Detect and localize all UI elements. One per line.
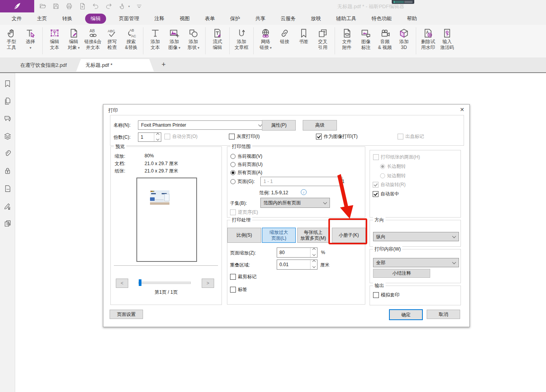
multiple-pages-mode-button[interactable]: 每张纸上放置多页(M) — [297, 228, 329, 243]
menu-item-5[interactable]: 页面管理 — [117, 14, 141, 24]
sidebar-signatures-panel-button[interactable] — [0, 198, 15, 216]
subset-select[interactable]: 范围内的所有页面 — [260, 198, 330, 208]
sidebar-comments-panel-button[interactable] — [0, 111, 15, 128]
sidebar-snapshot-panel-button[interactable] — [0, 216, 15, 233]
sidebar-destinations-panel-button[interactable] — [0, 181, 15, 198]
stepper-down-icon[interactable] — [154, 137, 161, 141]
stepper-down-icon[interactable] — [311, 265, 317, 269]
preview-zoom-label: 缩放: — [115, 153, 125, 160]
hand-mode-button[interactable] — [118, 2, 126, 10]
menu-item-12[interactable]: 放映 — [309, 14, 323, 24]
ribbon-tool-remove-trial-watermark[interactable]: A删除试用水印 — [419, 26, 438, 51]
ribbon-tool-search-replace[interactable]: ABAC搜索&替换 — [122, 26, 141, 51]
tab-document-2[interactable]: 无标题.pdf * ✕ — [76, 59, 173, 71]
current-page-radio[interactable]: 当前页面(U) — [230, 161, 263, 168]
ok-button[interactable]: 确定 — [389, 309, 423, 320]
page-zoom-stepper[interactable]: 80 — [277, 247, 317, 258]
ribbon-tool-add-text[interactable]: 添加文本 — [146, 26, 165, 51]
menu-item-1[interactable]: 文件 — [9, 14, 24, 24]
sidebar-attachments-panel-button[interactable] — [0, 146, 15, 163]
stepper-up-icon[interactable] — [154, 133, 161, 137]
menu-item-15[interactable]: 帮助 — [405, 14, 419, 24]
menu-item-6[interactable]: 注释 — [152, 14, 167, 24]
tags-checkbox[interactable]: 标签 — [230, 286, 247, 293]
menu-item-3[interactable]: 转换 — [60, 14, 75, 24]
menu-item-8[interactable]: 表单 — [202, 14, 217, 24]
printer-select[interactable]: Foxit Phantom Printer — [138, 120, 265, 130]
sidebar-security-panel-button[interactable] — [0, 163, 15, 181]
page-slider-handle[interactable] — [139, 279, 141, 286]
menu-item-7[interactable]: 视图 — [177, 14, 192, 24]
page-setup-button[interactable]: 页面设置 — [110, 310, 143, 319]
ribbon-tool-enter-activation-code[interactable]: 输入激活码 — [438, 26, 457, 51]
redo-button[interactable] — [105, 2, 113, 10]
print-content-select[interactable]: 全部 — [373, 258, 459, 267]
current-view-radio[interactable]: 当前视图(V) — [230, 153, 262, 160]
ribbon-tool-add-shape[interactable]: 添加形状 ▾ — [184, 26, 203, 52]
ribbon-tool-audio-video[interactable]: 音频& 视频 — [375, 26, 394, 51]
customize-toolbar-button[interactable] — [135, 2, 143, 10]
add-image-icon — [169, 27, 180, 39]
undo-button[interactable] — [92, 2, 99, 10]
ribbon-tool-bookmark[interactable]: 书签 — [294, 26, 313, 45]
ribbon-tool-link[interactable]: 链接 — [275, 26, 294, 45]
stepper-up-icon[interactable] — [311, 260, 317, 265]
stepper-down-icon[interactable] — [311, 253, 317, 257]
ribbon-tool-reflow-edit[interactable]: 流式编辑 — [208, 26, 227, 51]
advanced-button[interactable]: 高级 — [303, 120, 337, 131]
stepper-up-icon[interactable] — [311, 248, 317, 253]
ribbon-tool-select-tool[interactable]: 选择▾ — [21, 26, 40, 52]
sidebar-bookmarks-panel-button[interactable] — [0, 76, 15, 93]
copies-stepper[interactable]: 1 — [138, 132, 161, 142]
summarize-comments-button[interactable]: 小结注释 — [373, 269, 430, 278]
ribbon-tool-web-link[interactable]: 网络链接 ▾ — [256, 26, 275, 52]
menu-item-10[interactable]: 共享 — [253, 14, 268, 24]
ribbon-tool-add-article-box[interactable]: 添加文章框 — [232, 26, 251, 51]
orientation-select[interactable]: 纵向 — [373, 232, 459, 241]
new-document-button[interactable] — [78, 2, 86, 10]
chevron-down-icon[interactable]: ▾ — [128, 5, 130, 8]
simulate-overprint-checkbox[interactable]: 模拟套印 — [373, 292, 399, 298]
save-button[interactable] — [52, 2, 60, 10]
page-slider[interactable] — [138, 282, 191, 284]
scale-mode-button[interactable]: 比例(S) — [227, 228, 261, 243]
ribbon-tool-add-image[interactable]: 添加图像 ▾ — [165, 26, 184, 52]
menu-item-11[interactable]: 云服务 — [278, 14, 298, 24]
dialog-close-icon[interactable]: ✕ — [460, 106, 464, 113]
ribbon-tool-add-3d[interactable]: 添加3D — [394, 26, 413, 51]
ribbon-tool-cross-reference[interactable]: 交叉引用 — [313, 26, 332, 51]
ribbon-tool-label: 文本 — [151, 45, 160, 51]
sidebar-pages-panel-button[interactable] — [0, 93, 15, 111]
shrink-oversized-mode-button[interactable]: 缩放过大页面(L) — [262, 228, 296, 243]
menu-item-14[interactable]: 特色功能 — [369, 14, 394, 24]
overlap-stepper[interactable]: 0.01 — [277, 260, 317, 270]
properties-button[interactable]: 属性(P) — [262, 120, 296, 131]
all-pages-radio[interactable]: 所有页面(A) — [230, 169, 262, 176]
ribbon-tool-edit-object[interactable]: 编辑对象 ▾ — [64, 26, 83, 52]
info-icon[interactable]: i — [301, 189, 307, 195]
new-tab-button[interactable]: + — [159, 61, 168, 69]
ribbon-tool-file-attachment[interactable]: 文件附件 — [337, 26, 356, 51]
ribbon-tool-image-annotation[interactable]: 图像标注 — [356, 26, 375, 51]
menu-item-13[interactable]: 辅助工具 — [334, 14, 359, 24]
crop-marks-checkbox[interactable]: 裁剪标记 — [230, 274, 256, 280]
grayscale-checkbox[interactable]: 灰度打印(I) — [229, 133, 260, 140]
sidebar-layers-panel-button[interactable] — [0, 128, 15, 146]
tab-document-1[interactable]: 在遵守饮食指南2.pdf — [15, 59, 87, 71]
menu-item-9[interactable]: 保护 — [228, 14, 242, 24]
previous-page-button[interactable]: < — [116, 279, 128, 288]
open-button[interactable] — [39, 2, 47, 10]
next-page-button[interactable]: > — [202, 279, 214, 288]
menu-item-4[interactable]: 编辑 — [85, 14, 106, 24]
ribbon-tool-edit-text[interactable]: 编辑文本 — [45, 26, 64, 51]
cancel-button[interactable]: 取消 — [427, 310, 460, 319]
ribbon-tool-link-join-text[interactable]: AB链接&合并文本 — [83, 26, 103, 51]
pages-range-input[interactable]: 1 - 1 — [260, 177, 342, 186]
ribbon-tool-hand-tool[interactable]: 手型工具 — [2, 26, 21, 51]
pages-radio[interactable]: 页面(G): — [230, 178, 255, 185]
auto-center-checkbox[interactable]: 自动居中 — [373, 191, 399, 197]
ribbon-tool-spell-check[interactable]: ABC拼写检查 — [103, 26, 122, 51]
menu-item-2[interactable]: 主页 — [35, 14, 49, 24]
print-as-image-checkbox[interactable]: 作为图像打印(T) — [316, 133, 358, 140]
print-button[interactable] — [65, 2, 73, 10]
